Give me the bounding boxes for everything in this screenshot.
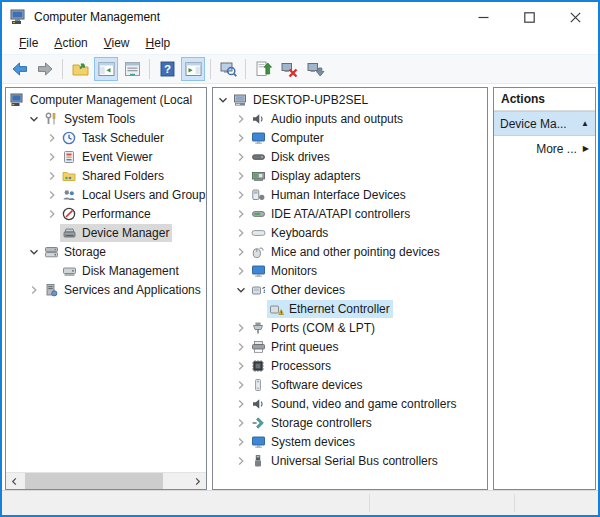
app-icon bbox=[10, 9, 28, 25]
mouse-icon bbox=[250, 245, 266, 259]
local-users-icon bbox=[61, 188, 77, 202]
forward-button[interactable] bbox=[33, 57, 57, 81]
chevron-right-icon[interactable] bbox=[233, 361, 249, 371]
tree-item-monitors[interactable]: Monitors bbox=[213, 261, 487, 280]
tree-item-mice-and-other-pointing-devices[interactable]: Mice and other pointing devices bbox=[213, 242, 487, 261]
folder-arrow-icon bbox=[71, 60, 90, 78]
keyboard-icon bbox=[250, 226, 266, 240]
chevron-right-icon[interactable] bbox=[44, 190, 60, 200]
update-driver-button[interactable] bbox=[251, 57, 275, 81]
chevron-right-icon[interactable] bbox=[233, 171, 249, 181]
minimize-button[interactable] bbox=[460, 2, 506, 32]
maximize-button[interactable] bbox=[506, 2, 552, 32]
horizontal-scrollbar[interactable] bbox=[6, 472, 206, 489]
chevron-right-icon[interactable] bbox=[233, 114, 249, 124]
tree-item-human-interface-devices[interactable]: Human Interface Devices bbox=[213, 185, 487, 204]
tree-item-processors[interactable]: Processors bbox=[213, 356, 487, 375]
chevron-right-icon[interactable] bbox=[44, 133, 60, 143]
menu-view[interactable]: View bbox=[96, 34, 138, 52]
tree-item-ports-com-lpt[interactable]: Ports (COM & LPT) bbox=[213, 318, 487, 337]
chevron-right-icon[interactable] bbox=[233, 266, 249, 276]
tree-item-label: IDE ATA/ATAPI controllers bbox=[271, 207, 410, 221]
back-button[interactable] bbox=[7, 57, 31, 81]
usb-icon bbox=[250, 454, 266, 468]
chevron-right-icon[interactable] bbox=[233, 228, 249, 238]
menu-bar: File Action View Help bbox=[2, 32, 598, 55]
tree-item-other-devices[interactable]: ?Other devices bbox=[213, 280, 487, 299]
chevron-right-icon[interactable] bbox=[233, 456, 249, 466]
help-button[interactable]: ? bbox=[155, 57, 179, 81]
chevron-right-icon[interactable] bbox=[233, 418, 249, 428]
chevron-down-icon[interactable] bbox=[26, 114, 42, 124]
search-computer-button[interactable] bbox=[216, 57, 240, 81]
chevron-right-icon[interactable] bbox=[233, 209, 249, 219]
tree-item-storage[interactable]: Storage bbox=[6, 242, 206, 261]
svg-text:?: ? bbox=[163, 63, 170, 75]
chevron-right-icon[interactable] bbox=[44, 152, 60, 162]
show-console-tree-button[interactable] bbox=[94, 57, 118, 81]
chevron-right-icon[interactable] bbox=[233, 399, 249, 409]
tree-item-storage-controllers[interactable]: Storage controllers bbox=[213, 413, 487, 432]
chevron-right-icon[interactable] bbox=[233, 247, 249, 257]
menu-help[interactable]: Help bbox=[138, 34, 179, 52]
uninstall-device-button[interactable] bbox=[277, 57, 301, 81]
action-item-more[interactable]: More ...▶ bbox=[494, 136, 595, 161]
chevron-right-icon[interactable] bbox=[233, 190, 249, 200]
tree-item-event-viewer[interactable]: Event Viewer bbox=[6, 147, 206, 166]
tree-item-computer[interactable]: Computer bbox=[213, 128, 487, 147]
scan-hardware-button[interactable] bbox=[303, 57, 327, 81]
chevron-right-icon[interactable] bbox=[233, 342, 249, 352]
tree-item-disk-management[interactable]: Disk Management bbox=[6, 261, 206, 280]
tree-item-print-queues[interactable]: Print queues bbox=[213, 337, 487, 356]
chevron-down-icon[interactable] bbox=[26, 247, 42, 257]
menu-file[interactable]: File bbox=[11, 34, 46, 52]
tree-item-task-scheduler[interactable]: Task Scheduler bbox=[6, 128, 206, 147]
tree-item-disk-drives[interactable]: Disk drives bbox=[213, 147, 487, 166]
collapse-arrow-icon[interactable]: ▲ bbox=[581, 119, 589, 128]
tree-item-shared-folders[interactable]: Shared Folders bbox=[6, 166, 206, 185]
folder-arrow-button[interactable] bbox=[68, 57, 92, 81]
chevron-right-icon[interactable] bbox=[26, 285, 42, 295]
scrollbar-right-button[interactable] bbox=[189, 473, 206, 489]
tree-item-display-adapters[interactable]: Display adapters bbox=[213, 166, 487, 185]
expand-arrow-icon[interactable]: ▶ bbox=[583, 144, 589, 153]
tree-item-ide-ata-atapi-controllers[interactable]: IDE ATA/ATAPI controllers bbox=[213, 204, 487, 223]
tree-item-label: Disk drives bbox=[271, 150, 330, 164]
action-item-device-ma[interactable]: Device Ma...▲ bbox=[494, 111, 595, 136]
tree-item-label: Sound, video and game controllers bbox=[271, 397, 456, 411]
tree-item-local-users-and-groups[interactable]: Local Users and Groups bbox=[6, 185, 206, 204]
chevron-right-icon[interactable] bbox=[233, 380, 249, 390]
tree-item-label: Device Manager bbox=[82, 226, 169, 240]
tree-item-ethernet-controller[interactable]: Ethernet Controller bbox=[213, 299, 487, 318]
tree-item-device-manager[interactable]: Device Manager bbox=[6, 223, 206, 242]
chevron-right-icon[interactable] bbox=[233, 437, 249, 447]
chevron-right-icon[interactable] bbox=[233, 323, 249, 333]
tree-item-audio-inputs-and-outputs[interactable]: Audio inputs and outputs bbox=[213, 109, 487, 128]
chevron-down-icon[interactable] bbox=[215, 95, 231, 105]
tree-item-software-devices[interactable]: Software devices bbox=[213, 375, 487, 394]
tree-item-system-tools[interactable]: System Tools bbox=[6, 109, 206, 128]
scrollbar-left-button[interactable] bbox=[6, 473, 23, 489]
tree-item-services-and-applications[interactable]: Services and Applications bbox=[6, 280, 206, 299]
chevron-down-icon[interactable] bbox=[233, 285, 249, 295]
window-title: Computer Management bbox=[34, 10, 160, 24]
tree-item-desktop-upb2sel[interactable]: DESKTOP-UPB2SEL bbox=[213, 90, 487, 109]
system-tools-icon bbox=[43, 112, 59, 126]
tree-item-system-devices[interactable]: System devices bbox=[213, 432, 487, 451]
tree-item-keyboards[interactable]: Keyboards bbox=[213, 223, 487, 242]
scrollbar-thumb[interactable] bbox=[25, 473, 163, 489]
device-tree: DESKTOP-UPB2SELAudio inputs and outputsC… bbox=[213, 90, 487, 470]
chevron-right-icon[interactable] bbox=[233, 152, 249, 162]
menu-action[interactable]: Action bbox=[46, 34, 95, 52]
chevron-right-icon[interactable] bbox=[44, 171, 60, 181]
tree-item-sound-video-and-game-controllers[interactable]: Sound, video and game controllers bbox=[213, 394, 487, 413]
export-list-button[interactable] bbox=[120, 57, 144, 81]
tree-item-performance[interactable]: Performance bbox=[6, 204, 206, 223]
chevron-right-icon[interactable] bbox=[44, 209, 60, 219]
chevron-right-icon[interactable] bbox=[233, 133, 249, 143]
tree-item-universal-serial-bus-controllers[interactable]: Universal Serial Bus controllers bbox=[213, 451, 487, 470]
show-action-pane-button[interactable] bbox=[181, 57, 205, 81]
tree-item-computer-management-local[interactable]: Computer Management (Local bbox=[6, 90, 206, 109]
scrollbar-track[interactable] bbox=[23, 473, 189, 489]
close-button[interactable] bbox=[552, 2, 598, 32]
